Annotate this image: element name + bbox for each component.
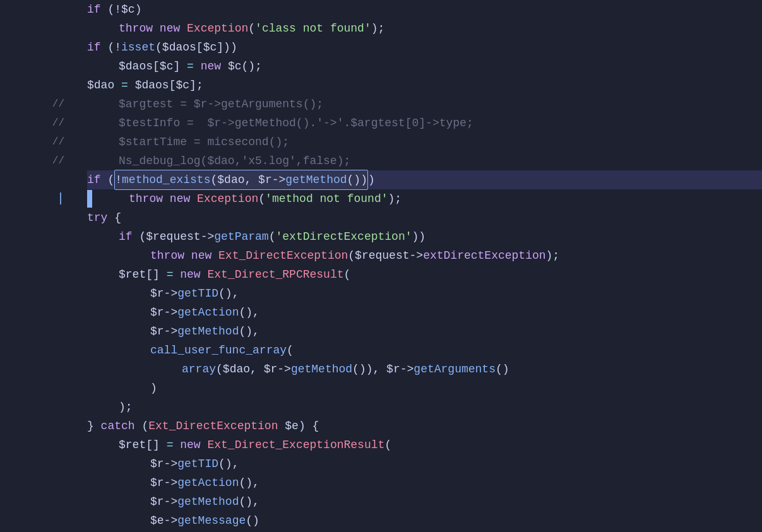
code-line-highlighted: if (!method_exists($dao, $r->getMethod()… [87, 170, 762, 189]
gutter-line [0, 454, 72, 473]
gutter-comment: // [0, 114, 72, 133]
line-gutter: // // // // | [0, 0, 82, 532]
gutter-line [0, 322, 72, 341]
gutter-line [0, 0, 72, 19]
code-line: ); [87, 398, 762, 417]
gutter-line [0, 492, 72, 511]
gutter-line [0, 511, 72, 530]
gutter-line [0, 57, 72, 76]
gutter-line [0, 284, 72, 303]
gutter-bar: | [0, 189, 72, 208]
gutter-line [0, 19, 72, 38]
code-line: $r->getAction(), [87, 303, 762, 322]
code-line: $ret[] = new Ext_Direct_RPCResult( [87, 265, 762, 284]
gutter-line [0, 379, 72, 398]
code-line: try { [87, 208, 762, 227]
code-line: $startTime = micsecond(); [87, 133, 762, 151]
code-line: if (!isset($daos[$c])) [87, 38, 762, 57]
gutter-comment: // [0, 95, 72, 114]
gutter-line [0, 38, 72, 57]
gutter-line [0, 208, 72, 227]
gutter-line [0, 473, 72, 492]
code-line: $dao = $daos[$c]; [87, 76, 762, 95]
gutter-line [0, 265, 72, 284]
code-editor: // // // // | if (!$c) throw new Excepti… [0, 0, 762, 532]
code-line: $argtest = $r->getArguments(); [87, 95, 762, 114]
code-line: $ret[] = new Ext_Direct_ExceptionResult( [87, 435, 762, 454]
gutter-line [0, 303, 72, 322]
gutter-line [0, 170, 72, 189]
code-line: array($dao, $r->getMethod()), $r->getArg… [87, 360, 762, 379]
gutter-line [0, 398, 72, 417]
gutter-line [0, 360, 72, 379]
code-line: Ns_debug_log($dao,'x5.log',false); [87, 151, 762, 170]
code-line: $testInfo = $r->getMethod().'->'.$argtes… [87, 114, 762, 133]
code-line: $daos[$c] = new $c(); [87, 57, 762, 76]
code-line: } catch (Ext_DirectException $e) { [87, 417, 762, 435]
gutter-line [0, 246, 72, 265]
code-line: if (!$c) [87, 0, 762, 19]
gutter-line [0, 227, 72, 246]
gutter-comment: // [0, 151, 72, 170]
code-line: ) [87, 379, 762, 398]
code-line: if ($request->getParam('extDirectExcepti… [87, 227, 762, 246]
code-line: $e->getMessage() [87, 511, 762, 530]
code-line: $r->getAction(), [87, 473, 762, 492]
code-line: $r->getMethod(), [87, 492, 762, 511]
code-content: if (!$c) throw new Exception('class not … [82, 0, 762, 532]
gutter-line [0, 435, 72, 454]
code-line: call_user_func_array( [87, 341, 762, 360]
code-line: throw new Exception('method not found'); [87, 189, 762, 208]
code-line: $r->getTID(), [87, 284, 762, 303]
gutter-line [0, 76, 72, 95]
code-line: $r->getTID(), [87, 454, 762, 473]
gutter-line [0, 417, 72, 435]
code-line: throw new Ext_DirectException($request->… [87, 246, 762, 265]
gutter-line [0, 341, 72, 360]
code-line: throw new Exception('class not found'); [87, 19, 762, 38]
gutter-comment: // [0, 133, 72, 151]
code-line: $r->getMethod(), [87, 322, 762, 341]
